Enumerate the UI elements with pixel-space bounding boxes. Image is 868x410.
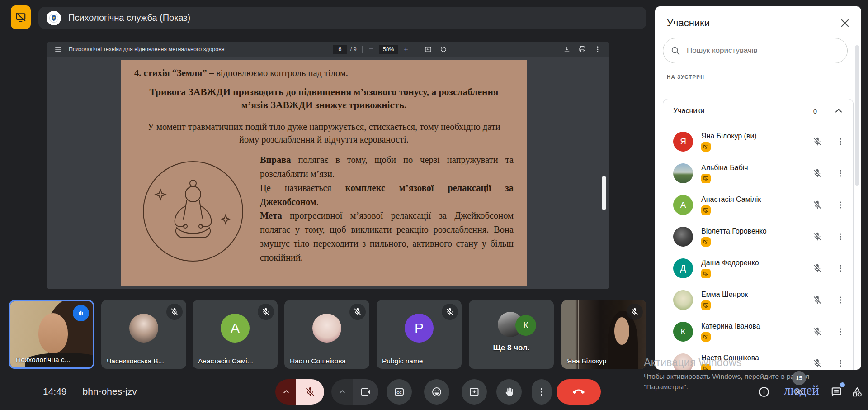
present-button[interactable] xyxy=(462,379,487,405)
panel-scrollbar[interactable] xyxy=(855,45,859,186)
windows-activation-watermark-line2: Чтобы активировать Windows, перейдите в … xyxy=(644,372,809,381)
mic-off-icon xyxy=(166,304,183,320)
participant-row: А Анастасія Самілік xyxy=(663,189,853,221)
pdf-toolbar: Психологічні техніки для відновлення мет… xyxy=(47,42,609,57)
people-word-overlay: людей xyxy=(784,383,819,398)
windows-activation-watermark: Активация Windows xyxy=(644,357,742,369)
in-meeting-label: НА ЗУСТРІЧІ xyxy=(667,74,861,80)
activities-button[interactable] xyxy=(846,381,868,403)
clock: 14:49 xyxy=(43,386,67,397)
pdf-page-input[interactable]: 6 xyxy=(333,45,347,54)
pinned-presentation-tile[interactable] xyxy=(11,5,31,29)
video-tile[interactable]: А Анастасія Самі... xyxy=(193,300,278,369)
mic-options-chevron[interactable] xyxy=(275,379,297,405)
participant-row: Емма Шенрок xyxy=(663,284,853,316)
slide-paragraph: У момент травматичних подій тіло дуже на… xyxy=(138,121,510,146)
captions-icon: CC xyxy=(394,386,405,397)
rotate-icon[interactable] xyxy=(439,45,448,53)
more-options-icon[interactable] xyxy=(836,137,845,146)
search-input[interactable] xyxy=(686,46,840,56)
presentation-off-badge xyxy=(701,332,711,342)
avatar xyxy=(673,227,693,247)
raise-hand-button[interactable] xyxy=(496,379,522,405)
pdf-canvas[interactable]: 4. стихія “Земля” – відновлюємо контроль… xyxy=(47,57,609,289)
mic-off-icon xyxy=(812,232,822,242)
chat-notification-dot xyxy=(840,382,845,387)
info-icon xyxy=(758,386,770,398)
mic-off-icon xyxy=(812,200,822,210)
more-options-icon[interactable] xyxy=(836,264,845,273)
mic-off-icon xyxy=(442,304,458,320)
video-tile[interactable]: Часниковська В... xyxy=(101,300,186,369)
more-options-icon[interactable] xyxy=(836,359,845,368)
panel-title: Учасники xyxy=(667,17,840,29)
reactions-button[interactable] xyxy=(424,379,449,405)
more-options-icon[interactable] xyxy=(836,169,845,178)
presentation-off-badge xyxy=(701,142,711,152)
participants-panel: Учасники НА ЗУСТРІЧІ Учасники 0 Я xyxy=(655,6,861,370)
presentation-header[interactable]: Психологічна служба (Показ) xyxy=(38,7,646,29)
avatar: Я xyxy=(673,132,693,152)
group-count: 0 xyxy=(813,107,817,115)
mic-off-icon xyxy=(349,304,366,320)
print-icon[interactable] xyxy=(578,45,586,53)
participants-group-card: Учасники 0 Я Яна Білокур (ви) Альбіна Ба… xyxy=(663,99,854,370)
avatar: Д xyxy=(673,258,693,278)
emoji-icon xyxy=(431,386,442,397)
mic-off-icon xyxy=(812,168,822,178)
leave-call-button[interactable] xyxy=(557,379,601,405)
participants-list: Я Яна Білокур (ви) Альбіна Бабіч А Анаст… xyxy=(663,123,853,370)
slide-emphasis: Тривога ЗАВЖДИ призводить до підвищення … xyxy=(148,86,500,112)
camera-toggle-button[interactable] xyxy=(353,379,378,405)
video-tile[interactable]: P Pubgic name xyxy=(377,300,462,369)
mic-off-icon xyxy=(812,263,822,273)
pdf-zoom-level[interactable]: 58% xyxy=(379,45,398,54)
mic-off-icon xyxy=(305,386,316,397)
hand-icon xyxy=(504,386,514,397)
presentation-off-badge xyxy=(701,269,711,278)
avatar xyxy=(673,290,693,310)
fit-page-icon[interactable] xyxy=(424,45,432,53)
menu-icon[interactable] xyxy=(54,45,62,53)
participant-row: Я Яна Білокур (ви) xyxy=(663,126,853,157)
avatar: P xyxy=(405,314,434,343)
participant-row: Альбіна Бабіч xyxy=(663,157,853,189)
shared-pdf-viewer: Психологічні техніки для відновлення мет… xyxy=(47,42,609,289)
more-options-icon[interactable] xyxy=(836,200,845,210)
pdf-more-options-icon[interactable] xyxy=(594,45,602,53)
video-tile-overflow[interactable]: К Ще 8 чол. xyxy=(469,300,554,369)
participant-row: Віолетта Горовенко xyxy=(663,221,853,253)
close-icon[interactable] xyxy=(840,18,850,29)
presentation-off-badge xyxy=(701,237,711,247)
camera-options-chevron[interactable] xyxy=(331,379,353,405)
video-tile-self[interactable]: Психологічна с... xyxy=(9,300,94,369)
more-options-button[interactable] xyxy=(532,379,552,405)
mic-off-icon xyxy=(812,137,822,147)
captions-button[interactable]: CC xyxy=(387,379,412,405)
google-meet-window: Психологічна служба (Показ) Психологічні… xyxy=(0,0,868,410)
participant-row: Д Даша Федоренко xyxy=(663,253,853,284)
zoom-in-button[interactable]: + xyxy=(403,45,409,54)
activities-icon xyxy=(851,386,863,398)
participants-group-header[interactable]: Учасники 0 xyxy=(663,99,853,123)
zoom-out-button[interactable]: − xyxy=(368,45,374,54)
presentation-off-badge xyxy=(701,205,711,215)
pdf-scrollbar[interactable] xyxy=(602,176,606,210)
more-options-icon[interactable] xyxy=(836,327,845,336)
download-icon[interactable] xyxy=(563,45,571,53)
more-options-icon[interactable] xyxy=(836,232,845,241)
meeting-details-button[interactable] xyxy=(753,381,775,403)
video-tile[interactable]: Яна Білокур xyxy=(561,300,646,369)
avatar: К xyxy=(515,315,536,336)
present-icon xyxy=(469,386,480,397)
chat-button[interactable] xyxy=(826,381,847,403)
search-icon xyxy=(670,46,680,56)
video-tile[interactable]: Настя Сошнікова xyxy=(284,300,369,369)
more-options-icon[interactable] xyxy=(836,296,845,305)
chevron-up-icon[interactable] xyxy=(833,105,844,116)
mic-toggle-button[interactable] xyxy=(296,379,324,405)
screen-share-off-icon xyxy=(15,11,27,23)
avatar: К xyxy=(673,322,693,342)
avatar: А xyxy=(221,314,250,343)
search-box[interactable] xyxy=(663,38,848,63)
